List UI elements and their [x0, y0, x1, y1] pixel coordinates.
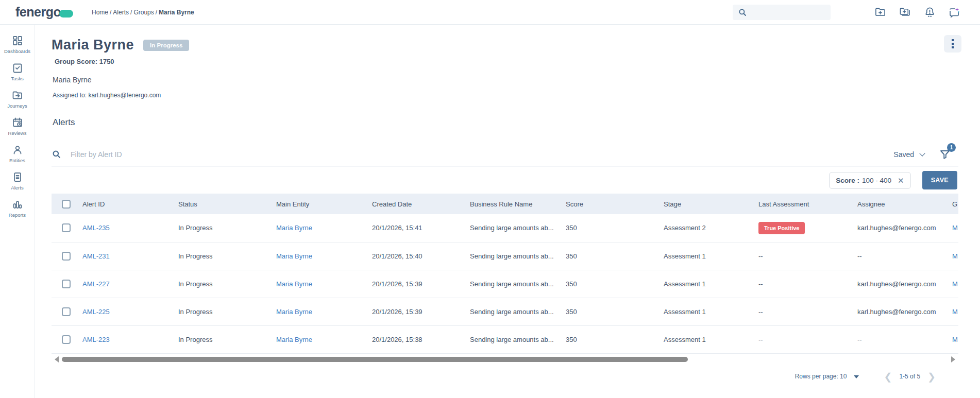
col-group[interactable]: G: [946, 194, 958, 214]
rows-per-page-label: Rows per page:: [795, 373, 838, 380]
folders-add-icon[interactable]: [899, 6, 911, 19]
left-nav-sidebar: Dashboards Tasks Journeys Reviews Entiti…: [0, 25, 35, 398]
col-business-rule-name[interactable]: Business Rule Name: [464, 194, 560, 214]
sidebar-item-reports[interactable]: Reports: [0, 195, 35, 222]
sidebar-item-reviews[interactable]: Reviews: [0, 113, 35, 140]
sidebar-item-entities[interactable]: Entities: [0, 140, 35, 167]
breadcrumb-groups[interactable]: Groups: [133, 9, 154, 16]
entity-name: Maria Byrne: [53, 76, 980, 84]
rows-per-page-value: 10: [840, 373, 847, 380]
pagination-prev-icon[interactable]: ❮: [884, 373, 892, 380]
notification-bell-icon[interactable]: [923, 6, 936, 19]
ai-chat-sparkle-icon[interactable]: [948, 6, 960, 19]
scroll-right-arrow-icon[interactable]: [951, 356, 955, 362]
folder-add-icon[interactable]: [874, 6, 886, 19]
breadcrumb-current: Maria Byrne: [159, 9, 194, 16]
pagination-range: 1-5 of 5: [899, 373, 920, 380]
group-score: Group Score: 1750: [55, 58, 980, 65]
kebab-dot: [952, 39, 954, 41]
save-filter-button[interactable]: SAVE: [922, 171, 957, 189]
sidebar-item-dashboards[interactable]: Dashboards: [0, 31, 35, 58]
table-row: AML-225 In Progress Maria Byrne 20/1/202…: [52, 298, 958, 325]
group-link[interactable]: M: [952, 308, 958, 316]
select-all-checkbox[interactable]: [62, 200, 71, 209]
kebab-dot: [952, 43, 954, 45]
row-checkbox[interactable]: [62, 307, 71, 316]
status-badge: In Progress: [143, 40, 189, 51]
alerts-card: Saved 1 Score : 100 - 400 ✕ SAVE: [52, 142, 958, 380]
sidebar-item-journeys[interactable]: Journeys: [0, 85, 35, 113]
scroll-left-arrow-icon[interactable]: [55, 356, 59, 362]
rows-per-page-dropdown-icon[interactable]: [854, 375, 859, 378]
row-checkbox[interactable]: [62, 280, 71, 288]
score-filter-chip: Score : 100 - 400 ✕: [829, 172, 910, 189]
search-icon: [738, 8, 747, 17]
breadcrumb-home[interactable]: Home: [92, 9, 108, 16]
col-main-entity[interactable]: Main Entity: [270, 194, 366, 214]
group-link[interactable]: M: [952, 280, 958, 288]
dashboards-icon: [11, 34, 24, 47]
group-link[interactable]: M: [952, 252, 958, 260]
table-header-row: Alert ID Status Main Entity Created Date…: [52, 194, 958, 214]
global-search-input[interactable]: [733, 5, 831, 20]
main-entity-link[interactable]: Maria Byrne: [276, 308, 312, 316]
col-assignee[interactable]: Assignee: [851, 194, 946, 214]
alert-id-link[interactable]: AML-223: [82, 336, 110, 343]
logo-text: fenergo: [15, 5, 61, 20]
row-checkbox[interactable]: [62, 252, 71, 261]
table-row: AML-227 In Progress Maria Byrne 20/1/202…: [52, 270, 958, 298]
journeys-icon: [11, 89, 24, 101]
main-entity-link[interactable]: Maria Byrne: [276, 252, 312, 260]
row-checkbox[interactable]: [62, 335, 71, 344]
group-link[interactable]: M: [952, 224, 958, 232]
main-entity-link[interactable]: Maria Byrne: [276, 224, 312, 232]
logo-teal-pill-icon: [59, 10, 73, 18]
group-link[interactable]: M: [952, 336, 958, 343]
col-alert-id[interactable]: Alert ID: [76, 194, 172, 214]
tasks-icon: [11, 62, 24, 74]
chip-close-icon[interactable]: ✕: [898, 177, 904, 184]
col-status[interactable]: Status: [172, 194, 270, 214]
scrollbar-thumb[interactable]: [62, 357, 688, 362]
breadcrumb: Home/Alerts/Groups/Maria Byrne: [92, 9, 194, 16]
entities-icon: [11, 144, 24, 156]
filter-funnel-button[interactable]: 1: [939, 148, 951, 161]
row-checkbox[interactable]: [62, 223, 71, 232]
fenergo-logo[interactable]: fenergo: [0, 5, 77, 20]
pagination: Rows per page: 10 ❮ 1-5 of 5 ❯: [52, 373, 943, 380]
reviews-icon: [11, 116, 24, 129]
page-title: Maria Byrne: [52, 37, 134, 53]
kebab-dot: [952, 46, 954, 48]
chevron-down-icon: [919, 150, 925, 156]
reports-icon: [11, 198, 24, 211]
saved-filters-dropdown[interactable]: Saved: [893, 150, 924, 159]
main-entity-link[interactable]: Maria Byrne: [276, 336, 312, 343]
alerts-table: Alert ID Status Main Entity Created Date…: [52, 194, 958, 354]
assigned-to: Assigned to: karl.hughes@fenergo.com: [53, 92, 980, 99]
filter-count-badge: 1: [947, 143, 956, 152]
alerts-section-heading: Alerts: [53, 117, 980, 128]
breadcrumb-alerts[interactable]: Alerts: [113, 9, 129, 16]
page-actions-kebab-button[interactable]: [944, 35, 961, 53]
table-row: AML-223 In Progress Maria Byrne 20/1/202…: [52, 325, 958, 353]
col-created-date[interactable]: Created Date: [366, 194, 464, 214]
table-row: AML-231 In Progress Maria Byrne 20/1/202…: [52, 242, 958, 270]
true-positive-badge: True Positive: [758, 222, 805, 234]
alert-id-link[interactable]: AML-231: [82, 252, 110, 260]
alert-id-link[interactable]: AML-227: [82, 280, 110, 288]
pagination-next-icon[interactable]: ❯: [927, 373, 936, 380]
horizontal-scrollbar[interactable]: [52, 354, 958, 366]
alert-id-link[interactable]: AML-225: [82, 308, 110, 316]
alerts-icon: [11, 171, 24, 183]
main-entity-link[interactable]: Maria Byrne: [276, 280, 312, 288]
sidebar-item-alerts[interactable]: Alerts: [0, 167, 35, 195]
col-last-assessment[interactable]: Last Assessment: [752, 194, 851, 214]
filter-search-icon: [52, 149, 61, 159]
alert-id-filter-input[interactable]: [71, 150, 380, 159]
alert-id-link[interactable]: AML-235: [82, 224, 110, 232]
col-stage[interactable]: Stage: [657, 194, 752, 214]
table-row: AML-235 In Progress Maria Byrne 20/1/202…: [52, 214, 958, 242]
sidebar-item-tasks[interactable]: Tasks: [0, 58, 35, 85]
top-bar: fenergo Home/Alerts/Groups/Maria Byrne: [0, 0, 980, 25]
col-score[interactable]: Score: [560, 194, 657, 214]
